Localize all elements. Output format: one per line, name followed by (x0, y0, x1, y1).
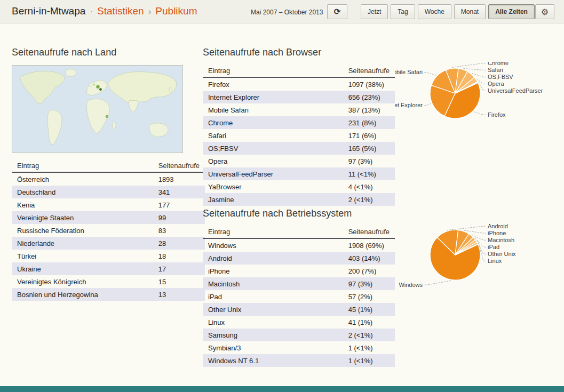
browser-section: Seitenaufrufe nach Browser Eintrag Seite… (203, 47, 395, 206)
country-highlight-kenya (106, 115, 108, 118)
entry-views: 41 (1%) (343, 316, 395, 329)
table-row: Vereinigtes Königreich15 (12, 275, 205, 288)
country-table-head: Eintrag Seitenaufrufe (12, 159, 205, 172)
table-row: Windows1908 (69%) (203, 238, 395, 252)
table-row: Samsung2 (<1%) (203, 329, 395, 341)
range-button-woche[interactable]: Woche (418, 4, 451, 19)
table-row: Windows NT 6.11 (<1%) (203, 354, 395, 367)
header-row: Eintrag Seitenaufrufe (12, 159, 205, 172)
entry-label: Android (203, 252, 343, 265)
time-range-buttons: Jetzt Tag Woche Monat Alle Zeiten (361, 4, 535, 19)
pie-label-leader (424, 73, 436, 76)
pie-label: Macintosh (488, 237, 514, 243)
pie-label: iPad (488, 244, 499, 250)
entry-label: Vereinigte Staaten (12, 211, 153, 224)
table-row: Vereinigte Staaten99 (12, 211, 205, 224)
table-row: Bosnien und Herzegowina13 (12, 288, 205, 301)
table-row: Linux41 (1%) (203, 316, 395, 329)
entry-views: 656 (23%) (343, 91, 395, 103)
entry-label: Internet Explorer (203, 91, 343, 103)
pie-label: Other Unix (488, 251, 516, 257)
entry-views: 200 (7%) (343, 265, 395, 277)
header-row: Eintrag Seitenaufrufe (203, 64, 395, 77)
entry-label: Vereinigtes Königreich (12, 275, 153, 288)
col-header-entry: Eintrag (203, 225, 343, 238)
entry-label: Deutschland (12, 186, 153, 198)
entry-views: 2 (<1%) (343, 329, 395, 341)
entry-views: 97 (3%) (343, 277, 395, 290)
entry-label: Kenia (12, 198, 153, 211)
settings-button[interactable]: ⚙ (535, 4, 554, 19)
table-row: Türkei18 (12, 250, 205, 262)
table-row: Niederlande28 (12, 237, 205, 250)
pie-label: iPhone (488, 230, 506, 236)
table-row: Russische Föderation83 (12, 224, 205, 237)
table-row: Mobile Safari387 (13%) (203, 103, 395, 116)
entry-label: Jasmine (203, 193, 343, 206)
island-uk (89, 83, 92, 86)
entry-label: Russische Föderation (12, 224, 153, 237)
col-header-entry: Eintrag (12, 159, 153, 172)
pie-label-leader (452, 63, 486, 67)
island-japan (169, 87, 172, 92)
pie-label: Firefox (488, 111, 506, 118)
os-pie-chart: WindowsAndroidiPhoneMacintoshiPadOther U… (395, 223, 564, 292)
world-map-frame (12, 65, 183, 153)
entry-views: 231 (8%) (343, 116, 395, 129)
browser-pie-svg: Mobile SafariInternet ExplorerChromeSafa… (395, 62, 564, 131)
range-button-alle-zeiten[interactable]: Alle Zeiten (488, 4, 535, 19)
entry-label: Windows (203, 238, 343, 252)
entry-views: 1908 (69%) (343, 238, 395, 252)
col-header-views: Seitenaufrufe (343, 225, 395, 238)
entry-views: 171 (6%) (343, 129, 395, 142)
pie-label: Internet Explorer (395, 102, 423, 108)
entry-views: 11 (<1%) (343, 167, 395, 180)
refresh-button[interactable]: ⟳ (327, 4, 347, 19)
entry-label: Symbian/3 (203, 341, 343, 354)
refresh-icon: ⟳ (334, 7, 341, 16)
pie-label-leader (424, 103, 431, 105)
entry-views: 177 (153, 198, 205, 211)
bottom-accent-bar (0, 386, 564, 392)
entry-label: Macintosh (203, 277, 343, 290)
table-row: Android403 (14%) (203, 252, 395, 265)
entry-views: 18 (153, 250, 205, 262)
range-button-tag[interactable]: Tag (391, 4, 415, 19)
entry-label: Chrome (203, 116, 343, 129)
os-section: Seitenaufrufe nach Betriebssystem Eintra… (203, 208, 395, 367)
entry-label: Other Unix (203, 303, 343, 316)
nav-publikum[interactable]: Publikum (155, 5, 197, 17)
section-title-os: Seitenaufrufe nach Betriebssystem (203, 208, 395, 219)
pie-label: UniversalFeedParser (488, 87, 543, 94)
nav-statistiken[interactable]: Statistiken (97, 5, 144, 17)
entry-label: Niederlande (12, 237, 153, 250)
entry-views: 4 (<1%) (343, 180, 395, 193)
top-bar: Berni-in-Mtwapa·Statistiken›Publikum Mai… (0, 0, 564, 23)
table-row: Firefox1097 (38%) (203, 77, 395, 91)
pie-label-leader (424, 281, 451, 285)
entry-label: Ukraine (12, 262, 153, 275)
header-row: Eintrag Seitenaufrufe (203, 225, 395, 238)
entry-views: 2 (<1%) (343, 193, 395, 206)
country-table: Eintrag Seitenaufrufe Österreich1893Deut… (12, 159, 205, 301)
pie-label-leader (474, 112, 486, 115)
table-row: Opera97 (3%) (203, 155, 395, 167)
browser-table-head: Eintrag Seitenaufrufe (203, 64, 395, 77)
entry-views: 97 (3%) (343, 155, 395, 167)
entry-label: Bosnien und Herzegowina (12, 288, 153, 301)
table-row: Chrome231 (8%) (203, 116, 395, 129)
entry-label: iPad (203, 290, 343, 303)
blog-title[interactable]: Berni-in-Mtwapa (12, 5, 85, 17)
table-row: OS;FBSV165 (5%) (203, 142, 395, 155)
range-button-monat[interactable]: Monat (454, 4, 486, 19)
entry-views: 387 (13%) (343, 103, 395, 116)
browser-table-body: Firefox1097 (38%)Internet Explorer656 (2… (203, 77, 395, 206)
entry-views: 1 (<1%) (343, 341, 395, 354)
browser-pie-chart: Mobile SafariInternet ExplorerChromeSafa… (395, 62, 564, 131)
browser-table: Eintrag Seitenaufrufe Firefox1097 (38%)I… (203, 64, 395, 206)
range-button-jetzt[interactable]: Jetzt (361, 4, 388, 19)
pie-label: Safari (488, 67, 503, 73)
col-header-views: Seitenaufrufe (153, 159, 205, 172)
section-title-country: Seitenaufrufe nach Land (12, 47, 205, 58)
country-highlight-austria (99, 88, 102, 91)
